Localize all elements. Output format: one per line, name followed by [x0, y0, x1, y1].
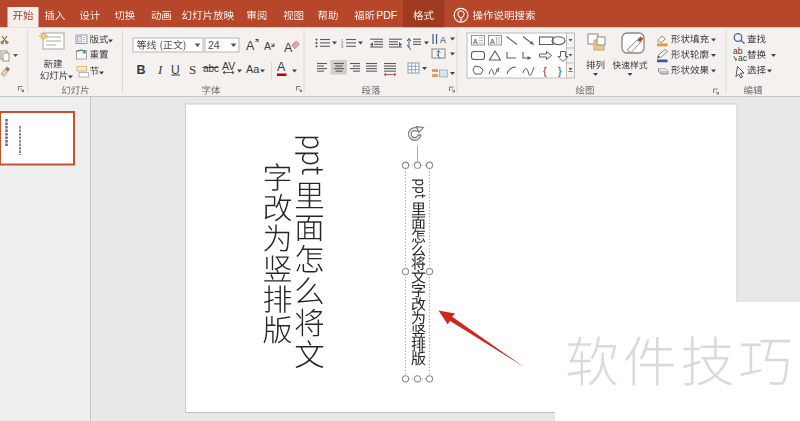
svg-text:A: A — [284, 41, 293, 55]
svg-text:}: } — [558, 65, 562, 77]
svg-text:A: A — [490, 38, 495, 45]
svg-text:24: 24 — [208, 39, 220, 51]
svg-text:PDF: PDF — [376, 9, 397, 21]
svg-text:A: A — [473, 38, 478, 45]
svg-text:U: U — [171, 63, 180, 77]
svg-text:Aa: Aa — [246, 63, 260, 75]
svg-text:A: A — [246, 39, 255, 53]
svg-text:A: A — [264, 40, 271, 52]
svg-text:ac: ac — [738, 53, 748, 63]
svg-text:I: I — [157, 62, 163, 77]
svg-text:S: S — [189, 62, 196, 77]
svg-text:abc: abc — [203, 63, 219, 74]
svg-text:A: A — [440, 35, 446, 45]
svg-text:AV: AV — [222, 60, 235, 72]
svg-text:B: B — [137, 63, 146, 77]
svg-text:{: { — [543, 65, 547, 77]
svg-text:A: A — [277, 60, 286, 74]
